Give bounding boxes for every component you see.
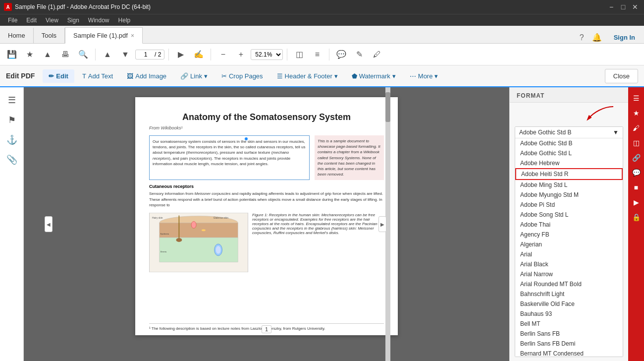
svg-point-6 <box>191 221 196 228</box>
font-item-6[interactable]: Adobe Pi Std <box>515 200 623 210</box>
panel-attachments-button[interactable]: ⚓ <box>3 131 21 149</box>
font-item-19[interactable]: Berlin Sans FB <box>515 329 623 339</box>
comment-button[interactable]: 💬 <box>333 47 349 62</box>
panel-bookmark-button[interactable]: ⚑ <box>3 111 21 129</box>
font-item-20[interactable]: Berlin Sans FB Demi <box>515 339 623 349</box>
hand-tool[interactable]: ✍ <box>191 47 207 62</box>
font-item-15[interactable]: Bahnschrift Light <box>515 289 623 299</box>
font-item-10[interactable]: Algerian <box>515 240 623 249</box>
rs-share-button[interactable]: 🔗 <box>629 151 643 165</box>
page-number-input[interactable] <box>139 51 153 58</box>
tab-active-file[interactable]: Sample File (1).pdf × <box>65 27 143 44</box>
bell-icon[interactable]: 🔔 <box>592 33 602 42</box>
font-dropdown[interactable]: Adobe Gothic Std B ▼ Adobe Gothic Std B … <box>515 126 623 357</box>
close-edit-button[interactable]: Close <box>605 69 638 83</box>
zoom-in-button[interactable]: + <box>233 47 249 62</box>
separator-5 <box>329 49 329 60</box>
menu-view[interactable]: View <box>42 16 62 25</box>
app-icon: A <box>4 3 12 11</box>
crop-label: Crop Pages <box>229 72 263 80</box>
font-list[interactable]: Adobe Gothic Std B Adobe Gothic Std L Ad… <box>515 138 623 357</box>
help-icon[interactable]: ? <box>580 33 584 42</box>
scrolling-button[interactable]: ≡ <box>309 47 325 62</box>
menu-sign[interactable]: Sign <box>63 16 83 25</box>
tab-tools[interactable]: Tools <box>34 28 65 43</box>
search-button[interactable]: 🔍 <box>75 47 91 62</box>
watermark-icon: ⬟ <box>352 72 357 80</box>
rs-stamps-button[interactable]: ★ <box>629 106 643 120</box>
header-footer-label: Header & Footer <box>285 72 332 80</box>
scrollbar-thumb[interactable] <box>385 92 390 122</box>
separator-3 <box>211 49 211 60</box>
font-item-5[interactable]: Adobe Myungjo Std M <box>515 190 623 200</box>
font-item-12[interactable]: Arial Black <box>515 259 623 269</box>
collapse-left-button[interactable]: ◀ <box>45 216 53 232</box>
add-text-button[interactable]: T Add Text <box>76 69 119 83</box>
markup-button[interactable]: 🖊 <box>369 47 385 62</box>
rs-comment-button[interactable]: 💬 <box>629 166 643 180</box>
pdf-main-column[interactable]: Our somatosensory system consists of sen… <box>149 135 310 180</box>
bookmark-button[interactable]: ★ <box>22 47 38 62</box>
font-item-13[interactable]: Arial Narrow <box>515 269 623 279</box>
add-image-button[interactable]: 🖼 Add Image <box>121 69 172 83</box>
save-button[interactable]: 💾 <box>4 47 20 62</box>
sign-in-button[interactable]: Sign In <box>610 32 639 43</box>
tab-home[interactable]: Home <box>0 28 34 43</box>
dropdown-indicator-area <box>510 103 628 122</box>
menu-file[interactable]: File <box>4 16 21 25</box>
zoom-out-button[interactable]: − <box>215 47 231 62</box>
link-button[interactable]: 🔗 Link ▾ <box>174 69 214 83</box>
font-item-18[interactable]: Bell MT <box>515 319 623 329</box>
layout-button[interactable]: ◫ <box>291 47 307 62</box>
panel-pages-button[interactable]: ☰ <box>3 91 21 109</box>
minimize-button[interactable]: − <box>606 2 616 12</box>
selection-handle-top <box>244 137 248 141</box>
font-item-0[interactable]: Adobe Gothic Std B <box>515 138 623 148</box>
canvas-area[interactable]: ◀ Anatomy of the Somatosensory System Fr… <box>24 87 509 361</box>
rs-protect-button[interactable]: 🔒 <box>629 210 643 224</box>
next-page-button[interactable]: ▼ <box>117 47 133 62</box>
font-item-1[interactable]: Adobe Gothic Std L <box>515 148 623 158</box>
rs-highlight-button[interactable]: 🖌 <box>629 121 643 135</box>
pdf-figure-row: Hairy skin Glabrous skin Epidermis Dermi… <box>149 213 384 272</box>
rs-acrobat-button[interactable]: ▶ <box>629 195 643 209</box>
cursor-tool[interactable]: ▶ <box>173 47 189 62</box>
menu-window[interactable]: Window <box>84 16 113 25</box>
header-footer-button[interactable]: ☰ Header & Footer ▾ <box>271 69 344 83</box>
menu-help[interactable]: Help <box>114 16 135 25</box>
prev-page-button[interactable]: ▲ <box>100 47 115 62</box>
watermark-button[interactable]: ⬟ Watermark ▾ <box>346 69 402 83</box>
panel-layers-button[interactable]: 📎 <box>3 151 21 169</box>
maximize-button[interactable]: □ <box>618 2 628 12</box>
font-item-selected[interactable]: Adobe Heiti Std R <box>515 168 623 180</box>
tab-close-button[interactable]: × <box>131 32 134 39</box>
print-button[interactable]: 🖶 <box>57 47 73 62</box>
pen-button[interactable]: ✎ <box>351 47 367 62</box>
font-item-7[interactable]: Adobe Song Std L <box>515 210 623 220</box>
font-item-17[interactable]: Bauhaus 93 <box>515 309 623 319</box>
rs-measure-button[interactable]: ◫ <box>629 136 643 150</box>
crop-pages-button[interactable]: ✂ Crop Pages <box>215 69 269 83</box>
font-item-21[interactable]: Bernard MT Condensed <box>515 349 623 357</box>
rs-redact-button[interactable]: ■ <box>629 180 643 194</box>
menu-edit[interactable]: Edit <box>22 16 41 25</box>
pdf-side-note-text: This is a sample document to showcase pa… <box>318 138 381 177</box>
font-dropdown-header[interactable]: Adobe Gothic Std B ▼ <box>515 127 623 138</box>
font-item-8[interactable]: Adobe Thai <box>515 220 623 230</box>
more-button[interactable]: ⋯ More ▾ <box>404 69 444 83</box>
pdf-section-text: Sensory information from Meissner corpus… <box>149 191 384 208</box>
watermark-label: Watermark <box>359 72 390 80</box>
zoom-select[interactable]: 52.1% 75% 100% 150% <box>251 49 283 60</box>
separator-2 <box>168 49 169 60</box>
edit-button[interactable]: ✏ Edit <box>43 69 74 83</box>
close-button[interactable]: ✕ <box>630 2 640 12</box>
font-item-11[interactable]: Arial <box>515 249 623 259</box>
font-item-2[interactable]: Adobe Hebrew <box>515 158 623 168</box>
font-item-4[interactable]: Adobe Ming Std L <box>515 180 623 190</box>
upload-button[interactable]: ▲ <box>40 47 55 62</box>
font-item-9[interactable]: Agency FB <box>515 230 623 240</box>
font-item-14[interactable]: Arial Rounded MT Bold <box>515 279 623 289</box>
collapse-right-button[interactable]: ▶ <box>378 216 386 232</box>
rs-pages-button[interactable]: ☰ <box>629 91 643 105</box>
font-item-16[interactable]: Baskerville Old Face <box>515 299 623 309</box>
